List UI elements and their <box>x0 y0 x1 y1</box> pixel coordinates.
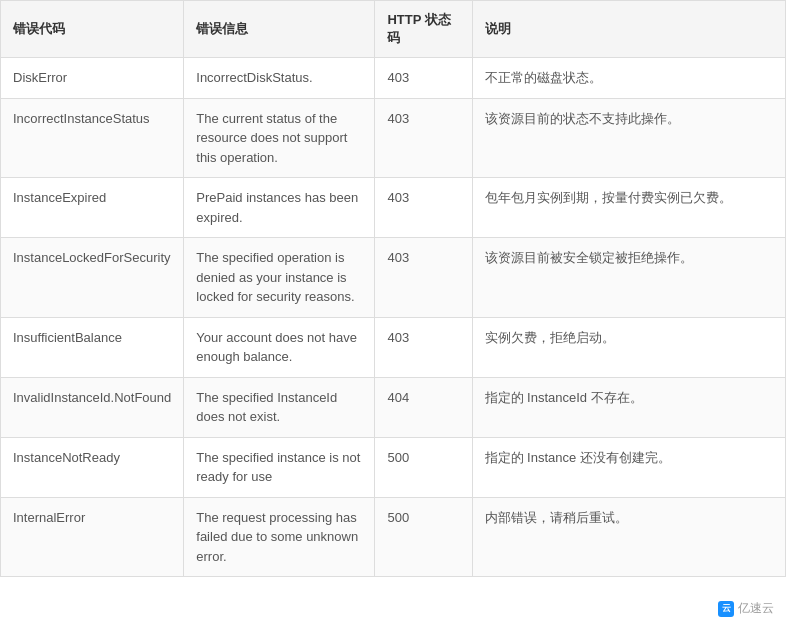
cell-description: 实例欠费，拒绝启动。 <box>472 317 786 377</box>
table-row: InstanceExpiredPrePaid instances has bee… <box>1 178 786 238</box>
header-description: 说明 <box>472 1 786 58</box>
table-row: InsufficientBalanceYour account does not… <box>1 317 786 377</box>
cell-http: 403 <box>375 178 472 238</box>
table-row: IncorrectInstanceStatusThe current statu… <box>1 98 786 178</box>
cell-message: The current status of the resource does … <box>184 98 375 178</box>
table-row: InvalidInstanceId.NotFoundThe specified … <box>1 377 786 437</box>
header-http: HTTP 状态码 <box>375 1 472 58</box>
cell-description: 该资源目前的状态不支持此操作。 <box>472 98 786 178</box>
cell-message: IncorrectDiskStatus. <box>184 58 375 99</box>
header-message: 错误信息 <box>184 1 375 58</box>
cell-message: Your account does not have enough balanc… <box>184 317 375 377</box>
table-row: DiskErrorIncorrectDiskStatus.403不正常的磁盘状态… <box>1 58 786 99</box>
cell-http: 500 <box>375 497 472 577</box>
cell-message: PrePaid instances has been expired. <box>184 178 375 238</box>
cell-code: InvalidInstanceId.NotFound <box>1 377 184 437</box>
cell-http: 403 <box>375 317 472 377</box>
cell-description: 指定的 Instance 还没有创建完。 <box>472 437 786 497</box>
main-container: 错误代码 错误信息 HTTP 状态码 说明 DiskErrorIncorrect… <box>0 0 786 577</box>
table-row: InternalErrorThe request processing has … <box>1 497 786 577</box>
cell-description: 包年包月实例到期，按量付费实例已欠费。 <box>472 178 786 238</box>
cell-http: 403 <box>375 98 472 178</box>
cell-code: IncorrectInstanceStatus <box>1 98 184 178</box>
cell-message: The specified InstanceId does not exist. <box>184 377 375 437</box>
cell-code: InstanceExpired <box>1 178 184 238</box>
cell-code: InstanceLockedForSecurity <box>1 238 184 318</box>
cell-code: InternalError <box>1 497 184 577</box>
cell-description: 内部错误，请稍后重试。 <box>472 497 786 577</box>
cell-http: 403 <box>375 238 472 318</box>
cell-code: DiskError <box>1 58 184 99</box>
table-row: InstanceNotReadyThe specified instance i… <box>1 437 786 497</box>
cell-code: InsufficientBalance <box>1 317 184 377</box>
error-table: 错误代码 错误信息 HTTP 状态码 说明 DiskErrorIncorrect… <box>0 0 786 577</box>
cell-code: InstanceNotReady <box>1 437 184 497</box>
cell-description: 不正常的磁盘状态。 <box>472 58 786 99</box>
header-code: 错误代码 <box>1 1 184 58</box>
cell-message: The specified instance is not ready for … <box>184 437 375 497</box>
cell-http: 500 <box>375 437 472 497</box>
cell-description: 该资源目前被安全锁定被拒绝操作。 <box>472 238 786 318</box>
cell-http: 403 <box>375 58 472 99</box>
table-header-row: 错误代码 错误信息 HTTP 状态码 说明 <box>1 1 786 58</box>
cell-message: The request processing has failed due to… <box>184 497 375 577</box>
table-row: InstanceLockedForSecurityThe specified o… <box>1 238 786 318</box>
cell-http: 404 <box>375 377 472 437</box>
cell-description: 指定的 InstanceId 不存在。 <box>472 377 786 437</box>
cell-message: The specified operation is denied as you… <box>184 238 375 318</box>
